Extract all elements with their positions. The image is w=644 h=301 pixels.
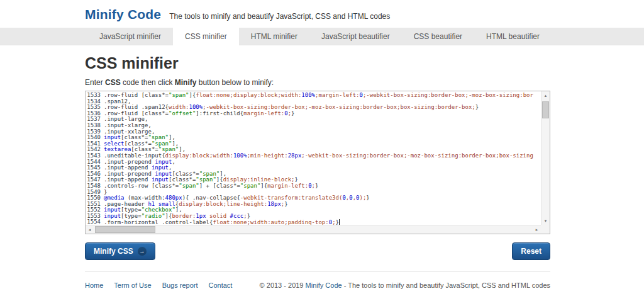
scrollbar-corner: [541, 225, 550, 234]
nav-tabs: JavaScript minifierCSS minifierHTML mini…: [85, 28, 550, 45]
minify-css-button[interactable]: Minify CSS→: [85, 242, 155, 260]
site-footer: HomeTerm of UseBugs reportContact © 2013…: [85, 271, 550, 290]
site-tagline: The tools to minify and beautify JavaScr…: [169, 12, 390, 21]
instruction-minify: Minify: [175, 78, 197, 87]
horizontal-scrollbar[interactable]: ◄ ►: [86, 225, 541, 234]
tab-css-minifier[interactable]: CSS minifier: [173, 28, 239, 45]
button-row: Minify CSS→ Reset: [85, 242, 550, 260]
footer-link-term-of-use[interactable]: Term of Use: [114, 281, 151, 289]
arrow-right-icon: →: [138, 247, 147, 256]
site-logo[interactable]: Minify Code: [85, 7, 161, 22]
copyright-post: - The tools to minify and beautify JavaS…: [342, 281, 550, 289]
code-line: 1536.row-fluid [class*="offset"]:first-c…: [86, 111, 541, 117]
instruction-post: button below to minify:: [196, 78, 274, 87]
code-line: 1533.row-fluid [class*="span"]{float:non…: [86, 93, 541, 99]
code-text: .row-fluid [class*="span"]{float:none;di…: [104, 93, 533, 99]
copyright-pre: © 2013 - 2019: [260, 281, 306, 289]
footer-link-contact[interactable]: Contact: [209, 281, 233, 289]
instruction-mid: code then click: [121, 78, 175, 87]
tab-javascript-minifier[interactable]: JavaScript minifier: [87, 28, 173, 45]
main-content: CSS minifier Enter CSS code then click M…: [85, 45, 550, 290]
code-text: .form-horizontal .control-label{float:no…: [104, 219, 340, 225]
css-code-editor[interactable]: 1533.row-fluid [class*="span"]{float:non…: [85, 91, 550, 234]
code-text: input[type="radio"]{border:1px solid #cc…: [104, 213, 250, 220]
horizontal-scroll-thumb[interactable]: [95, 226, 155, 233]
tab-css-beautifier[interactable]: CSS beautifier: [402, 28, 474, 45]
code-line: 1537.input-large,: [86, 116, 541, 123]
scroll-down-arrow-icon[interactable]: ▼: [541, 217, 550, 225]
footer-link-bugs-report[interactable]: Bugs report: [162, 281, 198, 289]
text-caret: [339, 219, 340, 225]
code-lines[interactable]: 1533.row-fluid [class*="span"]{float:non…: [86, 93, 541, 225]
vertical-scroll-thumb[interactable]: [542, 101, 549, 118]
code-line: 1553input[type="radio"]{border:1px solid…: [86, 213, 541, 220]
instruction-text: Enter CSS code then click Minify button …: [85, 78, 550, 87]
copyright-minify-code-link[interactable]: Minify Code: [306, 281, 342, 289]
scroll-right-arrow-icon[interactable]: ►: [533, 225, 541, 234]
footer-links: HomeTerm of UseBugs reportContact: [85, 279, 243, 290]
code-line: 1548.controls-row [class*="span"] + [cla…: [86, 183, 541, 190]
site-header: Minify Code The tools to minify and beau…: [0, 0, 644, 28]
instruction-pre: Enter: [85, 78, 105, 87]
reset-button[interactable]: Reset: [512, 242, 550, 260]
line-number: 1554: [86, 219, 101, 225]
tab-html-beautifier[interactable]: HTML beautifier: [474, 28, 552, 45]
vertical-scrollbar[interactable]: ▲ ▼: [541, 91, 550, 225]
copyright: © 2013 - 2019 Minify Code - The tools to…: [260, 281, 550, 289]
scroll-up-arrow-icon[interactable]: ▲: [541, 91, 550, 99]
tab-javascript-beautifier[interactable]: JavaScript beautifier: [309, 28, 402, 45]
page-title: CSS minifier: [85, 54, 550, 72]
tab-html-minifier[interactable]: HTML minifier: [239, 28, 309, 45]
code-line: 1554.form-horizontal .control-label{floa…: [86, 219, 541, 225]
code-text: .controls-row [class*="span"] + [class*=…: [104, 183, 318, 190]
minify-css-button-label: Minify CSS: [94, 247, 133, 256]
instruction-css: CSS: [105, 78, 121, 87]
footer-link-home[interactable]: Home: [85, 281, 103, 289]
scroll-left-arrow-icon[interactable]: ◄: [86, 225, 94, 234]
main-nav: JavaScript minifierCSS minifierHTML mini…: [0, 28, 644, 45]
